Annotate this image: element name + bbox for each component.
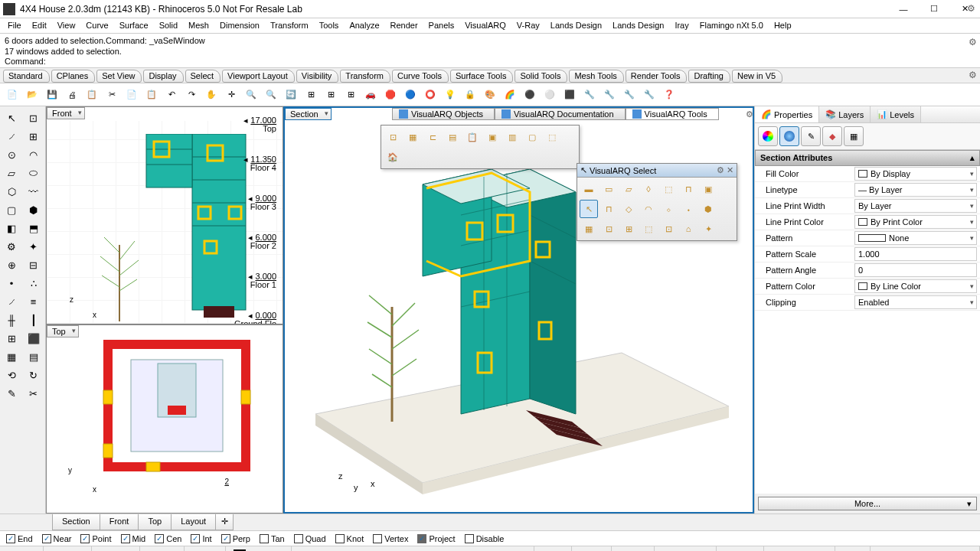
menu-view[interactable]: View — [53, 21, 80, 31]
toolbar-icon-10[interactable]: ✋ — [202, 86, 220, 104]
menu-transform[interactable]: Transform — [266, 21, 313, 31]
status-save-time[interactable]: Minutes from last save: 2 — [871, 546, 980, 551]
va-tool-4[interactable]: 📋 — [463, 128, 482, 146]
menu-edit[interactable]: Edit — [28, 21, 51, 31]
tab-render-tools[interactable]: Render Tools — [626, 70, 688, 83]
osnap-knot[interactable]: Knot — [335, 534, 364, 543]
tool-30[interactable]: ✎ — [2, 385, 21, 402]
view-tab-section[interactable]: Section — [52, 514, 100, 530]
osnap-perp[interactable]: ✓Perp — [221, 534, 250, 543]
menu-file[interactable]: File — [3, 21, 26, 31]
tool-26[interactable]: ▦ — [2, 348, 21, 365]
tool-9[interactable]: 〰 — [24, 183, 44, 200]
va-select-2[interactable]: ▱ — [619, 180, 638, 198]
va-select-8[interactable]: ⊓ — [599, 200, 618, 218]
tool-2[interactable]: ⟋ — [2, 128, 21, 145]
close-button[interactable]: ✕ — [949, 0, 980, 18]
panel-tab-levels[interactable]: 📊Levels — [871, 106, 921, 122]
view-tab-add[interactable]: ✛ — [215, 514, 234, 530]
toolbar-icon-14[interactable]: 🔄 — [282, 86, 300, 104]
tab-viewport-layout[interactable]: Viewport Layout — [222, 70, 295, 83]
status-record-history[interactable]: Record History — [764, 546, 836, 551]
toolbar-icon-5[interactable]: ✂ — [103, 86, 121, 104]
viewport-top-label[interactable]: Top — [47, 325, 79, 337]
tab-curve-tools[interactable]: Curve Tools — [392, 70, 449, 83]
menu-flamingo-nxt-5.0[interactable]: Flamingo nXt 5.0 — [695, 21, 768, 31]
view-tab-layout[interactable]: Layout — [171, 514, 216, 530]
view-tab-front[interactable]: Front — [100, 514, 139, 530]
osnap-end[interactable]: ✓End — [6, 534, 33, 543]
toolbar-icon-16[interactable]: ⊞ — [322, 86, 340, 104]
panel-tab-properties[interactable]: 🌈Properties — [755, 106, 819, 122]
toolbar-icon-8[interactable]: ↶ — [162, 86, 181, 104]
tool-22[interactable]: ╫ — [2, 311, 21, 328]
va-tool-8[interactable]: ⬚ — [543, 128, 561, 146]
status-cplane[interactable]: CPlane — [0, 546, 44, 551]
va-select-20[interactable]: ✦ — [699, 220, 717, 238]
toolbar-icon-23[interactable]: 🔒 — [461, 86, 479, 104]
viewport-top[interactable]: Top y x 2 — [46, 324, 283, 514]
palette-close-icon[interactable]: ✕ — [727, 165, 733, 174]
toolbar-icon-29[interactable]: 🔧 — [580, 86, 599, 104]
va-select-15[interactable]: ⊡ — [599, 220, 618, 238]
status-filter[interactable]: Filter — [835, 546, 870, 551]
tool-12[interactable]: ◧ — [2, 220, 21, 236]
tool-20[interactable]: ⟋ — [2, 293, 21, 310]
tool-11[interactable]: ⬢ — [24, 201, 44, 218]
va-tool-7[interactable]: ▢ — [523, 128, 541, 146]
menu-help[interactable]: Help — [769, 21, 796, 31]
osnap-disable[interactable]: Disable — [465, 534, 505, 543]
tool-7[interactable]: ⬭ — [24, 165, 44, 181]
menu-curve[interactable]: Curve — [81, 21, 113, 31]
toolbar-icon-4[interactable]: 📋 — [83, 86, 101, 104]
tool-10[interactable]: ▢ — [2, 201, 21, 218]
prop-value-pattern-angle[interactable]: 0 — [854, 263, 977, 277]
va-select-17[interactable]: ⬚ — [639, 220, 658, 238]
osnap-vertex[interactable]: Vertex — [373, 534, 408, 543]
menu-tools[interactable]: Tools — [315, 21, 344, 31]
va-select-11[interactable]: ⬦ — [659, 200, 678, 218]
toolbar-icon-24[interactable]: 🎨 — [481, 86, 499, 104]
tool-29[interactable]: ↻ — [24, 367, 44, 383]
osnap-cen[interactable]: ✓Cen — [155, 534, 181, 543]
tab-new-in-v5[interactable]: New in V5 — [732, 70, 782, 83]
menu-v-ray[interactable]: V-Ray — [512, 21, 544, 31]
tab-standard[interactable]: Standard — [3, 70, 50, 83]
prop-value-pattern[interactable]: None — [854, 231, 977, 245]
toolbar-icon-15[interactable]: ⊞ — [302, 86, 320, 104]
tool-27[interactable]: ▤ — [24, 348, 44, 365]
osnap-tan[interactable]: Tan — [260, 534, 285, 543]
viewport-front-label[interactable]: Front — [47, 107, 85, 119]
tab-cplanes[interactable]: CPlanes — [51, 70, 96, 83]
toolbar-icon-17[interactable]: ⊞ — [341, 86, 360, 104]
va-tool-3[interactable]: ▤ — [443, 128, 462, 146]
tool-23[interactable]: ┃ — [24, 311, 44, 328]
toolbar-icon-27[interactable]: ⚪ — [541, 86, 559, 104]
toolbar-icon-22[interactable]: 💡 — [441, 86, 459, 104]
osnap-quad[interactable]: Quad — [294, 534, 326, 543]
tool-0[interactable]: ↖ — [2, 109, 21, 126]
toolbar-icon-26[interactable]: ⚫ — [521, 86, 539, 104]
tool-1[interactable]: ⊡ — [24, 109, 44, 126]
status-osnap[interactable]: Osnap — [612, 546, 654, 551]
tool-6[interactable]: ▱ — [2, 165, 21, 181]
material-icon[interactable] — [779, 126, 799, 146]
menu-visualarq[interactable]: VisualARQ — [460, 21, 511, 31]
toolbar-icon-6[interactable]: 📄 — [122, 86, 141, 104]
osnap-mid[interactable]: ✓Mid — [121, 534, 146, 543]
va-select-7[interactable]: ↖ — [580, 200, 598, 218]
view-tab-top[interactable]: Top — [138, 514, 172, 530]
more-button[interactable]: More... — [758, 497, 977, 510]
va-tool-9[interactable]: 🏠 — [384, 148, 402, 166]
menu-mesh[interactable]: Mesh — [184, 21, 214, 31]
prop-value-fill-color[interactable]: By Display — [854, 167, 977, 181]
prop-value-line-print-color[interactable]: By Print Color — [854, 215, 977, 229]
tab-surface-tools[interactable]: Surface Tools — [450, 70, 513, 83]
toolbar-icon-2[interactable]: 💾 — [43, 86, 61, 104]
tool-8[interactable]: ⬡ — [2, 183, 21, 200]
va-tool-1[interactable]: ▦ — [403, 128, 422, 146]
prop-value-clipping[interactable]: Enabled — [854, 295, 977, 309]
va-select-4[interactable]: ⬚ — [659, 180, 678, 198]
tool-3[interactable]: ⊞ — [24, 128, 44, 145]
tool-17[interactable]: ⊟ — [24, 256, 44, 273]
